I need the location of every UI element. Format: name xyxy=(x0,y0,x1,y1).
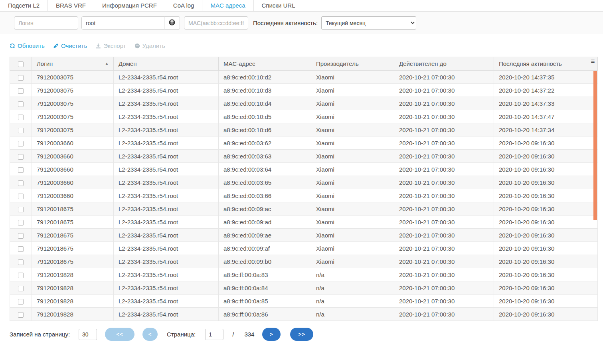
row-checkbox[interactable] xyxy=(18,233,24,239)
first-page-button[interactable]: << xyxy=(105,328,134,341)
login-input[interactable] xyxy=(14,16,78,30)
total-pages: 334 xyxy=(244,331,254,338)
page-separator: / xyxy=(232,331,234,338)
vertical-scrollbar-thumb[interactable] xyxy=(593,71,597,220)
row-checkbox[interactable] xyxy=(18,220,24,226)
row-checkbox-cell xyxy=(10,216,32,229)
next-page-button[interactable]: > xyxy=(262,328,281,341)
row-checkbox[interactable] xyxy=(18,312,24,318)
table-row[interactable]: 79120003075 L2-2334-2335.r54.root a8:9c:… xyxy=(10,123,598,136)
table-row[interactable]: 79120019828 L2-2334-2335.r54.root a8:9c:… xyxy=(10,308,598,321)
table-row[interactable]: 79120018675 L2-2334-2335.r54.root a8:9c:… xyxy=(10,202,598,216)
domain-cell: L2-2334-2335.r54.root xyxy=(114,308,219,321)
row-checkbox[interactable] xyxy=(18,115,24,120)
column-header-login[interactable]: Логин ▲ xyxy=(32,57,114,71)
vendor-cell: Xiaomi xyxy=(311,163,394,176)
table-row[interactable]: 79120018675 L2-2334-2335.r54.root a8:9c:… xyxy=(10,229,598,242)
table-row[interactable]: 79120018675 L2-2334-2335.r54.root a8:9c:… xyxy=(10,216,598,229)
login-cell: 79120019828 xyxy=(32,281,114,295)
vendor-cell: Xiaomi xyxy=(311,71,394,84)
table-row[interactable]: 79120003660 L2-2334-2335.r54.root a8:9c:… xyxy=(10,163,598,176)
table-row[interactable]: 79120003660 L2-2334-2335.r54.root a8:9c:… xyxy=(10,189,598,202)
row-checkbox[interactable] xyxy=(18,154,24,160)
table-row[interactable]: 79120003075 L2-2334-2335.r54.root a8:9c:… xyxy=(10,84,598,97)
row-checkbox[interactable] xyxy=(18,180,24,186)
table-row[interactable]: 79120019828 L2-2334-2335.r54.root a8:9c:… xyxy=(10,281,598,295)
column-header-mac[interactable]: MAC-адрес xyxy=(219,57,311,71)
valid-until-cell: 2020-10-21 07:00:30 xyxy=(394,295,494,308)
valid-until-cell: 2020-10-21 07:00:30 xyxy=(394,71,494,84)
row-checkbox[interactable] xyxy=(18,246,24,252)
table-row[interactable]: 79120018675 L2-2334-2335.r54.root a8:9c:… xyxy=(10,255,598,268)
valid-until-cell: 2020-10-21 07:00:30 xyxy=(394,84,494,97)
tab-spiski-url[interactable]: Списки URL xyxy=(254,0,304,11)
tab-coa-log[interactable]: CoA log xyxy=(165,0,203,11)
row-checkbox[interactable] xyxy=(18,286,24,291)
last-page-button[interactable]: >> xyxy=(290,328,313,341)
valid-until-cell: 2020-10-21 07:00:30 xyxy=(394,255,494,268)
domain-input[interactable] xyxy=(81,16,164,30)
table-row[interactable]: 79120003660 L2-2334-2335.r54.root a8:9c:… xyxy=(10,176,598,189)
row-checkbox[interactable] xyxy=(18,299,24,305)
row-checkbox[interactable] xyxy=(18,141,24,146)
mac-input[interactable] xyxy=(184,16,248,30)
row-checkbox[interactable] xyxy=(18,194,24,199)
mac-cell: a8:9c:ed:00:03:62 xyxy=(219,136,311,150)
row-checkbox-cell xyxy=(10,295,32,308)
tab-podseti-l2[interactable]: Подсети L2 xyxy=(0,0,48,11)
domain-search-button[interactable] xyxy=(164,16,180,30)
vendor-cell: Xiaomi xyxy=(311,216,394,229)
delete-label: Удалить xyxy=(142,42,165,49)
column-header-valid-until[interactable]: Действителен до xyxy=(394,57,494,71)
table-row[interactable]: 79120019828 L2-2334-2335.r54.root a8:9c:… xyxy=(10,268,598,281)
table-row[interactable]: 79120003075 L2-2334-2335.r54.root a8:9c:… xyxy=(10,110,598,123)
delete-button[interactable]: Удалить xyxy=(134,42,165,49)
row-checkbox[interactable] xyxy=(18,167,24,173)
sort-asc-icon: ▲ xyxy=(105,61,109,65)
domain-cell: L2-2334-2335.r54.root xyxy=(114,150,219,163)
clear-button[interactable]: Очистить xyxy=(53,42,87,49)
column-header-last-activity[interactable]: Последняя активность xyxy=(494,57,588,71)
last-activity-cell: 2020-10-20 09:16:30 xyxy=(494,189,588,202)
tab-mac-adresa[interactable]: MAC адреса xyxy=(202,0,253,11)
domain-cell: L2-2334-2335.r54.root xyxy=(114,84,219,97)
per-page-label: Записей на страницу: xyxy=(10,331,70,338)
row-checkbox[interactable] xyxy=(18,101,24,107)
login-cell: 79120003660 xyxy=(32,176,114,189)
tab-informaciya-pcrf[interactable]: Информация PCRF xyxy=(94,0,165,11)
table-row[interactable]: 79120003660 L2-2334-2335.r54.root a8:9c:… xyxy=(10,150,598,163)
row-checkbox[interactable] xyxy=(18,207,24,212)
table-row[interactable]: 79120018675 L2-2334-2335.r54.root a8:9c:… xyxy=(10,242,598,255)
per-page-input[interactable] xyxy=(79,329,97,340)
page-input[interactable] xyxy=(205,329,223,340)
column-header-domain[interactable]: Домен xyxy=(114,57,219,71)
mac-table: Логин ▲ Домен MAC-адрес Производитель Де… xyxy=(10,57,598,321)
table-row[interactable]: 79120019828 L2-2334-2335.r54.root a8:9c:… xyxy=(10,295,598,308)
valid-until-cell: 2020-10-21 07:00:30 xyxy=(394,242,494,255)
refresh-button[interactable]: Обновить xyxy=(10,42,45,49)
column-header-login-label: Логин xyxy=(37,60,53,67)
activity-select[interactable]: Текущий месяц xyxy=(321,16,416,30)
row-checkbox[interactable] xyxy=(18,75,24,81)
pagination-bar: Записей на страницу: << < Страница: / 33… xyxy=(0,321,603,341)
select-all-checkbox[interactable] xyxy=(18,61,24,67)
vendor-cell: n/a xyxy=(311,295,394,308)
row-checkbox[interactable] xyxy=(18,88,24,94)
last-activity-cell: 2020-10-20 09:16:30 xyxy=(494,255,588,268)
prev-page-button[interactable]: < xyxy=(142,328,158,341)
tab-bras-vrf[interactable]: BRAS VRF xyxy=(48,0,94,11)
columns-menu-icon[interactable]: ≡ xyxy=(591,57,595,65)
table-row[interactable]: 79120003660 L2-2334-2335.r54.root a8:9c:… xyxy=(10,136,598,150)
last-activity-cell: 2020-10-20 09:16:30 xyxy=(494,229,588,242)
row-menu-cell xyxy=(588,255,598,268)
table-row[interactable]: 79120003075 L2-2334-2335.r54.root a8:9c:… xyxy=(10,71,598,84)
export-button[interactable]: Экспорт xyxy=(95,42,126,49)
row-checkbox[interactable] xyxy=(18,273,24,278)
login-cell: 79120019828 xyxy=(32,308,114,321)
table-row[interactable]: 79120003075 L2-2334-2335.r54.root a8:9c:… xyxy=(10,97,598,110)
valid-until-cell: 2020-10-21 07:00:30 xyxy=(394,136,494,150)
row-checkbox[interactable] xyxy=(18,259,24,265)
row-checkbox[interactable] xyxy=(18,128,24,133)
column-header-vendor[interactable]: Производитель xyxy=(311,57,394,71)
row-checkbox-cell xyxy=(10,281,32,295)
